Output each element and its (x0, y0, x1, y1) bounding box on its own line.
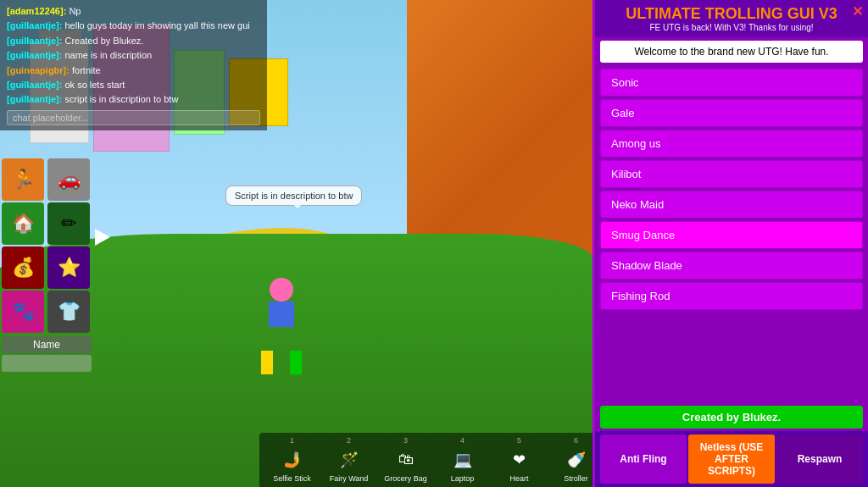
hotbar-slot-num: 5 (492, 436, 547, 445)
hotbar-slot-num: 4 (435, 436, 490, 445)
chat-line: [guillaantje]: Created by Blukez. (7, 35, 260, 47)
chat-panel: [adam12246]: Np[guillaantje]: hello guys… (0, 0, 267, 130)
utg-list-item[interactable]: Neko Maid (600, 191, 863, 219)
left-sidebar: 🏃🚗🏠✏💰⭐🐾👕 Name (0, 157, 93, 374)
utg-list-item[interactable]: Kilibot (600, 160, 863, 188)
hotbar-icon: ❤ (503, 445, 537, 474)
hotbar-icon: 🍼 (559, 445, 593, 474)
hotbar-icon: 🤳 (275, 445, 309, 474)
sidebar-icon[interactable]: 🐾 (2, 291, 44, 333)
hotbar-slot[interactable]: 1 🤳 Selfie Stick (264, 436, 320, 484)
char-right-leg (290, 351, 302, 374)
utg-list-item[interactable]: Fishing Rod (600, 282, 863, 310)
hotbar-icon: 🪄 (332, 445, 366, 474)
utg-list-item[interactable]: Sonic (600, 69, 863, 97)
chat-line: [guillaantje]: script is in discription … (7, 93, 260, 106)
speech-bubble: Script is in description to btw (225, 185, 362, 206)
hotbar-slot-num: 3 (378, 436, 433, 445)
utg-list-item[interactable]: Smug Dance (600, 221, 863, 249)
hotbar-slot[interactable]: 5 ❤ Heart (492, 436, 547, 484)
utg-btn-netless-(use-after-scripts)[interactable]: Netless (USE AFTER SCRIPTS) (688, 434, 775, 484)
utg-list: SonicGaleAmong usKilibotNeko MaidSmug Da… (595, 66, 868, 403)
hotbar-slot[interactable]: 3 🛍 Grocery Bag (378, 436, 433, 484)
sidebar-icon[interactable]: 👕 (47, 291, 90, 333)
hotbar-slot[interactable]: 4 💻 Laptop (435, 436, 490, 484)
chat-line: [guineapigbr]: fortnite (7, 64, 260, 77)
hotbar-label: Heart (492, 474, 547, 484)
utg-list-item[interactable]: Among us (600, 130, 863, 158)
utg-close-button[interactable]: ✕ (852, 3, 863, 19)
utg-title: ULTIMATE TROLLING GUI V3 (604, 5, 860, 23)
name-label: Name (2, 336, 92, 353)
char-left-leg (261, 351, 273, 374)
roblox-character (261, 278, 302, 351)
utg-btn-respawn[interactable]: Respawn (776, 434, 863, 484)
sidebar-icon[interactable]: ✏ (47, 202, 90, 245)
chat-input[interactable]: chat placeholder... (7, 110, 260, 125)
char-torso (269, 302, 294, 327)
chat-line: [guillaantje]: name is in discription (7, 49, 260, 62)
chat-lines: [adam12246]: Np[guillaantje]: hello guys… (7, 5, 260, 107)
chat-line: [guillaantje]: ok so lets start (7, 79, 260, 91)
utg-subtitle: FE UTG is back! With V3! Thanks for usin… (604, 23, 860, 32)
hotbar-label: Grocery Bag (378, 474, 433, 484)
char-head (270, 278, 293, 302)
utg-list-item[interactable]: Shadow Blade (600, 252, 863, 279)
sidebar-icon[interactable]: 🚗 (47, 158, 90, 201)
utg-panel: ULTIMATE TROLLING GUI V3 FE UTG is back!… (593, 0, 868, 487)
hotbar-slot[interactable]: 2 🪄 Fairy Wand (321, 436, 376, 484)
hotbar-slot-num: 2 (321, 436, 376, 445)
utg-footer: Created by Blukez. (600, 406, 863, 429)
char-body (261, 302, 302, 351)
sidebar-icon[interactable]: ⭐ (47, 246, 90, 289)
arrow-pointer (95, 229, 110, 246)
hotbar-label: Laptop (435, 474, 490, 484)
name-input[interactable] (2, 355, 92, 372)
sidebar-icon[interactable]: 💰 (2, 246, 44, 289)
sidebar-icon[interactable]: 🏠 (2, 202, 44, 245)
hotbar-icon: 🛍 (389, 445, 423, 474)
hotbar-slot-num: 1 (264, 436, 320, 445)
icon-grid: 🏃🚗🏠✏💰⭐🐾👕 (0, 157, 93, 335)
hotbar-label: Selfie Stick (264, 474, 320, 484)
utg-list-item[interactable]: Gale (600, 99, 863, 127)
chat-line: [adam12246]: Np (7, 5, 260, 18)
utg-header: ULTIMATE TROLLING GUI V3 FE UTG is back!… (595, 0, 868, 37)
hotbar-label: Fairy Wand (321, 474, 376, 484)
utg-btn-anti-fling[interactable]: Anti Fling (600, 434, 687, 484)
sidebar-icon[interactable]: 🏃 (2, 158, 44, 201)
utg-welcome: Welcome to the brand new UTG! Have fun. (600, 41, 863, 63)
chat-line: [guillaantje]: hello guys today im showi… (7, 19, 260, 32)
hotbar-icon: 💻 (446, 445, 480, 474)
utg-bottom-bar: Anti FlingNetless (USE AFTER SCRIPTS)Res… (595, 431, 868, 487)
hotbar: 1 🤳 Selfie Stick2 🪄 Fairy Wand3 🛍 Grocer… (259, 433, 609, 487)
